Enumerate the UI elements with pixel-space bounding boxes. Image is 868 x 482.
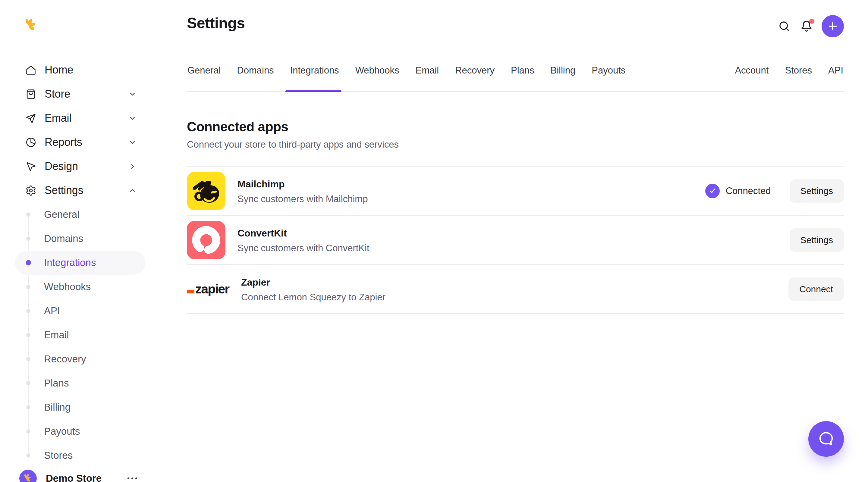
submenu-item-integrations[interactable]: Integrations	[15, 251, 146, 275]
send-icon	[25, 113, 36, 124]
submenu-item-email[interactable]: Email	[15, 323, 146, 347]
sidebar-item-settings[interactable]: Settings	[15, 178, 146, 202]
tab-stores[interactable]: Stores	[784, 57, 812, 91]
section-title: Connected apps	[187, 119, 288, 134]
zapier-connect-button[interactable]: Connect	[788, 278, 844, 301]
bullet-dot	[26, 405, 30, 409]
convertkit-settings-button[interactable]: Settings	[789, 228, 844, 252]
zapier-logo: zapier	[187, 283, 229, 295]
submenu-label: Plans	[44, 378, 69, 389]
submenu-label: Webhooks	[44, 281, 91, 292]
sidebar-item-reports[interactable]: Reports	[15, 130, 146, 154]
lemon-squeezy-logo[interactable]	[25, 17, 37, 34]
mailchimp-icon	[187, 172, 225, 210]
app-name: Mailchimp	[238, 179, 368, 190]
connected-apps-list: Mailchimp Sync customers with Mailchimp …	[187, 166, 844, 314]
tab-recovery[interactable]: Recovery	[455, 57, 495, 91]
page-title: Settings	[187, 14, 245, 32]
bullet-dot	[26, 213, 30, 217]
app-info: Mailchimp Sync customers with Mailchimp	[238, 178, 368, 204]
sidebar-item-label: Settings	[44, 184, 83, 197]
app-description: Connect Lemon Squeezy to Zapier	[241, 292, 385, 303]
app-actions: Connected Settings	[705, 179, 844, 203]
notifications-button[interactable]	[800, 20, 813, 33]
app-actions: Connect	[788, 278, 844, 301]
submenu-item-api[interactable]: API	[15, 299, 146, 323]
sidebar-nav: Home Store Email Reports	[15, 58, 146, 202]
submenu-item-billing[interactable]: Billing	[15, 395, 146, 419]
tab-payouts[interactable]: Payouts	[591, 57, 626, 91]
tabs-left-group: General Domains Integrations Webhooks Em…	[187, 57, 626, 91]
sidebar-item-design[interactable]: Design	[15, 154, 146, 178]
zapier-wordmark: zapier	[195, 283, 229, 295]
bullet-dot-active	[26, 260, 31, 265]
app-name: Zapier	[241, 277, 385, 288]
submenu-label: Domains	[44, 233, 83, 244]
bullet-dot	[26, 381, 30, 385]
bullet-dot	[26, 333, 30, 337]
sidebar-item-label: Reports	[44, 136, 82, 149]
app-name: ConvertKit	[238, 228, 370, 239]
sidebar-item-label: Home	[44, 64, 73, 76]
submenu-item-recovery[interactable]: Recovery	[15, 347, 146, 371]
gear-icon	[25, 185, 36, 196]
zapier-underscore-mark	[187, 290, 194, 293]
lemon-petals-icon	[25, 17, 37, 34]
tab-email[interactable]: Email	[415, 57, 440, 91]
submenu-label: Email	[44, 329, 69, 341]
section-subtitle: Connect your store to third-party apps a…	[187, 139, 399, 150]
submenu-item-stores[interactable]: Stores	[15, 444, 146, 468]
sidebar-item-store[interactable]: Store	[15, 82, 146, 106]
tab-webhooks[interactable]: Webhooks	[355, 57, 400, 91]
search-icon	[778, 20, 790, 33]
tab-api[interactable]: API	[828, 57, 844, 91]
app-description: Sync customers with Mailchimp	[238, 194, 368, 204]
submenu-label: General	[44, 209, 79, 220]
bag-icon	[25, 89, 36, 100]
tab-account[interactable]: Account	[734, 57, 769, 91]
mailchimp-settings-button[interactable]: Settings	[789, 179, 844, 203]
chevron-down-icon	[128, 90, 136, 98]
submenu-item-plans[interactable]: Plans	[15, 371, 146, 395]
help-chat-button[interactable]	[808, 421, 844, 457]
app-row-convertkit: ConvertKit Sync customers with ConvertKi…	[187, 216, 844, 265]
chat-bubble-icon	[818, 430, 835, 447]
sidebar-item-email[interactable]: Email	[15, 106, 146, 130]
status-label: Connected	[726, 186, 771, 196]
tab-general[interactable]: General	[187, 57, 221, 91]
unread-notification-dot	[809, 19, 814, 24]
chevron-down-icon	[128, 114, 136, 122]
tab-integrations[interactable]: Integrations	[290, 57, 340, 91]
submenu-item-webhooks[interactable]: Webhooks	[15, 275, 146, 299]
app-row-mailchimp: Mailchimp Sync customers with Mailchimp …	[187, 167, 844, 216]
tab-domains[interactable]: Domains	[236, 57, 274, 91]
create-new-button[interactable]	[822, 15, 844, 37]
bullet-dot	[26, 453, 30, 458]
cursor-icon	[25, 161, 36, 172]
app-info: Zapier Connect Lemon Squeezy to Zapier	[241, 276, 385, 303]
sidebar-item-label: Email	[44, 112, 71, 124]
plus-icon	[828, 21, 838, 31]
more-menu-icon[interactable]	[127, 478, 137, 479]
settings-tabbar: General Domains Integrations Webhooks Em…	[187, 57, 844, 92]
submenu-item-domains[interactable]: Domains	[15, 227, 146, 251]
tab-plans[interactable]: Plans	[510, 57, 535, 91]
sidebar-item-home[interactable]: Home	[15, 58, 146, 82]
store-switcher[interactable]: Demo Store	[15, 466, 146, 482]
lemon-petals-icon	[24, 473, 32, 482]
sidebar-item-label: Store	[44, 88, 70, 100]
tabs-right-group: Account Stores API	[734, 57, 844, 91]
bullet-dot	[26, 285, 30, 289]
tab-billing[interactable]: Billing	[550, 57, 576, 91]
chevron-up-icon	[128, 187, 136, 195]
submenu-item-general[interactable]: General	[15, 202, 146, 227]
submenu-item-payouts[interactable]: Payouts	[15, 419, 146, 444]
submenu-label: Stores	[44, 450, 73, 461]
search-button[interactable]	[778, 20, 791, 33]
submenu-label: Billing	[44, 401, 70, 413]
reports-icon	[25, 137, 36, 148]
app-info: ConvertKit Sync customers with ConvertKi…	[238, 227, 370, 254]
bullet-dot	[26, 236, 30, 241]
submenu-label: Payouts	[44, 426, 80, 437]
app-screen: Home Store Email Reports	[0, 0, 868, 482]
